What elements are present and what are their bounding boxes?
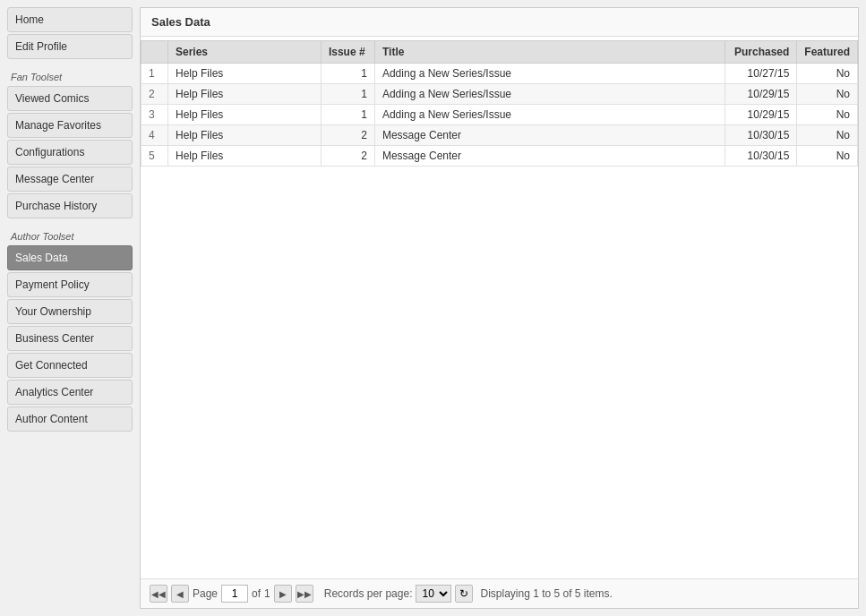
- sidebar-item-manage-favorites[interactable]: Manage Favorites: [7, 113, 133, 138]
- page-first-button[interactable]: ◀◀: [150, 585, 167, 603]
- cell-issue: 1: [321, 64, 374, 84]
- cell-featured: No: [797, 105, 858, 125]
- cell-featured: No: [797, 84, 858, 105]
- fan-toolset-label: Fan Toolset: [7, 66, 133, 84]
- col-header-series: Series: [168, 41, 322, 64]
- page-input[interactable]: [221, 585, 248, 603]
- sales-table: Series Issue # Title Purchased Featured …: [141, 40, 858, 167]
- cell-num: 4: [141, 125, 168, 146]
- cell-title: Message Center: [374, 125, 725, 146]
- table-wrapper: Series Issue # Title Purchased Featured …: [141, 37, 858, 578]
- pagination-bar: ◀◀ ◀ Page of 1 ▶ ▶▶ Records per page: 10…: [141, 578, 858, 608]
- sidebar-item-viewed-comics[interactable]: Viewed Comics: [7, 86, 133, 111]
- cell-title: Message Center: [374, 146, 725, 167]
- page-title: Sales Data: [141, 8, 858, 37]
- cell-purchased: 10/27/15: [725, 64, 797, 84]
- sidebar-item-get-connected[interactable]: Get Connected: [7, 353, 133, 378]
- cell-num: 3: [141, 105, 168, 125]
- sidebar-item-sales-data[interactable]: Sales Data: [7, 245, 133, 270]
- sidebar-item-your-ownership[interactable]: Your Ownership: [7, 299, 133, 324]
- cell-title: Adding a New Series/Issue: [374, 105, 725, 125]
- table-row: 5 Help Files 2 Message Center 10/30/15 N…: [141, 146, 858, 167]
- sidebar-item-edit-profile[interactable]: Edit Profile: [7, 34, 133, 59]
- page-of-label: of: [252, 587, 261, 600]
- page-label: Page: [193, 587, 218, 600]
- page-of-value: 1: [264, 587, 270, 600]
- sidebar: Home Edit Profile Fan Toolset Viewed Com…: [7, 7, 133, 609]
- records-per-page-label: Records per page:: [324, 587, 413, 600]
- author-toolset-label: Author Toolset: [7, 226, 133, 244]
- table-row: 2 Help Files 1 Adding a New Series/Issue…: [141, 84, 858, 105]
- table-row: 1 Help Files 1 Adding a New Series/Issue…: [141, 64, 858, 84]
- cell-num: 1: [141, 64, 168, 84]
- col-header-purchased: Purchased: [725, 41, 797, 64]
- col-header-title: Title: [374, 41, 725, 64]
- cell-issue: 1: [321, 105, 374, 125]
- cell-issue: 2: [321, 125, 374, 146]
- cell-featured: No: [797, 64, 858, 84]
- cell-issue: 2: [321, 146, 374, 167]
- cell-series: Help Files: [168, 84, 322, 105]
- cell-issue: 1: [321, 84, 374, 105]
- sidebar-item-configurations[interactable]: Configurations: [7, 140, 133, 165]
- cell-series: Help Files: [168, 146, 322, 167]
- sidebar-item-author-content[interactable]: Author Content: [7, 406, 133, 432]
- cell-purchased: 10/29/15: [725, 105, 797, 125]
- cell-purchased: 10/29/15: [725, 84, 797, 105]
- sidebar-item-analytics-center[interactable]: Analytics Center: [7, 380, 133, 405]
- table-row: 4 Help Files 2 Message Center 10/30/15 N…: [141, 125, 858, 146]
- page-next-button[interactable]: ▶: [274, 585, 292, 603]
- cell-num: 5: [141, 146, 168, 167]
- sidebar-item-message-center[interactable]: Message Center: [7, 167, 133, 192]
- cell-title: Adding a New Series/Issue: [374, 84, 725, 105]
- sidebar-item-payment-policy[interactable]: Payment Policy: [7, 272, 133, 297]
- table-row: 3 Help Files 1 Adding a New Series/Issue…: [141, 105, 858, 125]
- sidebar-item-business-center[interactable]: Business Center: [7, 326, 133, 351]
- cell-featured: No: [797, 125, 858, 146]
- cell-featured: No: [797, 146, 858, 167]
- refresh-button[interactable]: ↻: [455, 585, 473, 603]
- page-prev-button[interactable]: ◀: [171, 585, 189, 603]
- page-last-button[interactable]: ▶▶: [296, 585, 313, 603]
- col-header-issue: Issue #: [321, 41, 374, 64]
- cell-series: Help Files: [168, 64, 322, 84]
- cell-purchased: 10/30/15: [725, 146, 797, 167]
- cell-title: Adding a New Series/Issue: [374, 64, 725, 84]
- records-per-page-select[interactable]: 10 25 50: [416, 585, 451, 603]
- cell-num: 2: [141, 84, 168, 105]
- main-content: Sales Data Series Issue # Title Purchase…: [140, 7, 859, 609]
- display-count-text: Displaying 1 to 5 of 5 items.: [480, 587, 612, 600]
- col-header-featured: Featured: [797, 41, 858, 64]
- col-header-num: [141, 41, 168, 64]
- cell-series: Help Files: [168, 125, 322, 146]
- cell-series: Help Files: [168, 105, 322, 125]
- cell-purchased: 10/30/15: [725, 125, 797, 146]
- sidebar-item-purchase-history[interactable]: Purchase History: [7, 193, 133, 218]
- sidebar-item-home[interactable]: Home: [7, 7, 133, 32]
